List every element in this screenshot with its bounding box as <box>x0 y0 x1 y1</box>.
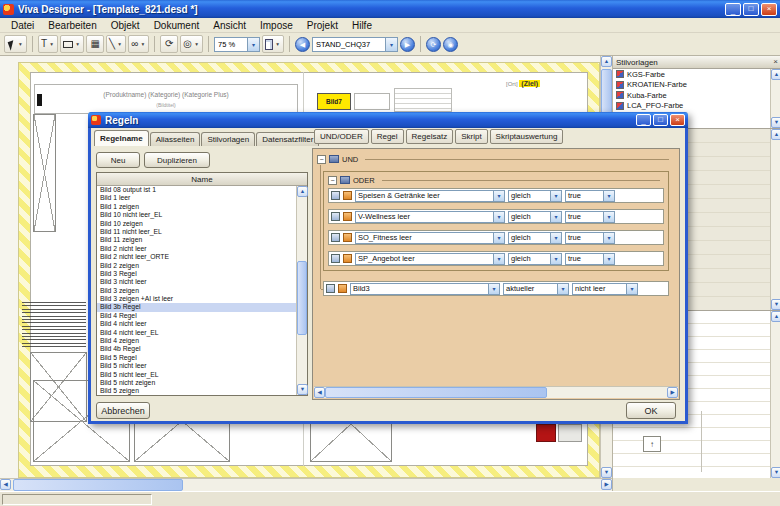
scroll-left-button[interactable] <box>0 479 11 490</box>
rule-item[interactable]: Bild 3 zeigen +AI ist leer <box>97 295 296 303</box>
value-select[interactable]: true <box>565 232 615 244</box>
empty-frame[interactable] <box>354 93 390 110</box>
neu-button[interactable]: Neu <box>96 152 140 168</box>
bild-field-frame[interactable]: Bild7 <box>317 93 351 110</box>
rule-item[interactable]: Bild 2 zeigen <box>97 262 296 270</box>
rule-item[interactable]: Bild 3 Regel <box>97 270 296 278</box>
rule-item[interactable]: Bild 4b Regel <box>97 345 296 353</box>
scroll-up-button[interactable] <box>771 129 780 140</box>
operator-select[interactable]: gleich <box>508 211 562 223</box>
target-button[interactable]: ◉ <box>443 37 458 52</box>
shape-tool-button[interactable] <box>60 35 84 53</box>
dialog-close-button[interactable]: × <box>670 114 685 126</box>
rotate-tool-button[interactable]: ⟳ <box>160 35 178 53</box>
dialog-maximize-button[interactable]: □ <box>653 114 668 126</box>
rule-item[interactable]: Bild 08 output ist 1 <box>97 186 296 194</box>
color-style-item[interactable]: KROATIEN-Farbe <box>613 80 770 91</box>
scroll-right-button[interactable] <box>601 479 612 490</box>
field-select[interactable]: SP_Angebot leer <box>355 253 505 265</box>
rule-item[interactable]: Bild 3 nicht leer <box>97 278 296 286</box>
menu-item[interactable]: Impose <box>253 20 300 31</box>
rule-item[interactable]: Bild 4 Regel <box>97 312 296 320</box>
menu-item[interactable]: Objekt <box>104 20 147 31</box>
rule-item[interactable]: Bild 1 zeigen <box>97 203 296 211</box>
rule-item[interactable]: Bild 5 nicht leer <box>97 362 296 370</box>
value-select[interactable]: nicht leer <box>572 283 638 295</box>
rule-toolbar-button[interactable]: Skriptauswertung <box>490 129 564 144</box>
close-button[interactable]: × <box>761 3 777 16</box>
table-tool-button[interactable]: ▦ <box>86 35 104 53</box>
small-text-frame[interactable] <box>394 88 452 112</box>
value-select[interactable]: true <box>565 190 615 202</box>
scroll-left-button[interactable] <box>314 387 325 398</box>
operator-select[interactable]: gleich <box>508 190 562 202</box>
rule-item[interactable]: Bild 10 nicht leer_EL <box>97 211 296 219</box>
rule-item[interactable]: Bild 5 zeigen <box>97 387 296 395</box>
menu-item[interactable]: Projekt <box>300 20 345 31</box>
menu-item[interactable]: Ansicht <box>206 20 253 31</box>
field-select[interactable]: Bild3 <box>350 283 500 295</box>
duplizieren-button[interactable]: Duplizieren <box>144 152 210 168</box>
scroll-down-button[interactable] <box>771 467 780 478</box>
document-horizontal-scrollbar[interactable] <box>0 478 612 491</box>
rule-item[interactable]: Bild 5 Regel <box>97 354 296 362</box>
stilvorlagen-header[interactable]: Stilvorlagen × <box>613 56 780 69</box>
up-arrow-box[interactable]: ↑ <box>643 436 661 452</box>
rule-item[interactable]: Bild 5 nicht zeigen <box>97 379 296 387</box>
menu-item[interactable]: Bearbeiten <box>41 20 103 31</box>
operator-select[interactable]: aktueller <box>503 283 569 295</box>
dialog-minimize-button[interactable]: _ <box>636 114 651 126</box>
rule-item[interactable]: Bild 11 nicht leer_EL <box>97 228 296 236</box>
rule-item[interactable]: Bild 4 nicht leer <box>97 320 296 328</box>
page-tool-button[interactable] <box>262 35 284 53</box>
rule-item[interactable]: Bild 4 zeigen <box>97 337 296 345</box>
pointer-tool-button[interactable] <box>4 35 27 53</box>
dialog-tab[interactable]: Stilvorlagen <box>201 132 255 146</box>
dialog-title-bar[interactable]: Regeln _ □ × <box>88 112 688 128</box>
headline-text-frame[interactable]: (Produktname) (Kategorie) (Kategorie Plu… <box>34 84 298 114</box>
rule-toolbar-button[interactable]: Skript <box>455 129 487 144</box>
rule-item[interactable]: Bild 3b Regel <box>97 303 296 311</box>
ok-button[interactable]: OK <box>626 402 676 419</box>
field-select[interactable]: Speisen & Getränke leer <box>355 190 505 202</box>
bottom-panel-scrollbar[interactable] <box>770 311 780 478</box>
scroll-down-button[interactable] <box>771 299 780 310</box>
rule-item[interactable]: Bild 5 nicht leer_EL <box>97 371 296 379</box>
editor-scrollbar[interactable] <box>314 386 678 398</box>
rule-toolbar-button[interactable]: Regel <box>371 129 404 144</box>
rule-list-scrollbar[interactable] <box>296 186 307 395</box>
menu-item[interactable]: Hilfe <box>345 20 379 31</box>
next-record-button[interactable]: ▶ <box>400 37 415 52</box>
scroll-track[interactable] <box>297 197 307 384</box>
dialog-tab[interactable]: Datensatzfilter <box>256 132 319 146</box>
collapse-icon[interactable] <box>317 155 326 164</box>
dialog-tab[interactable]: Regelname <box>94 130 149 146</box>
middle-panel-scrollbar[interactable] <box>770 129 780 310</box>
refresh-button[interactable]: ⟳ <box>426 37 441 52</box>
line-tool-button[interactable]: ╲ <box>106 35 126 53</box>
zoom-level-combo[interactable]: 75 % <box>214 37 260 52</box>
scroll-thumb[interactable] <box>13 479 183 491</box>
image-placeholder-frame[interactable] <box>33 114 56 232</box>
rule-item[interactable]: Bild 10 zeigen <box>97 220 296 228</box>
scroll-up-button[interactable] <box>771 69 780 80</box>
rule-toolbar-button[interactable]: Regelsatz <box>406 129 454 144</box>
minimize-button[interactable]: _ <box>725 3 741 16</box>
scroll-track[interactable] <box>11 479 601 491</box>
operator-select[interactable]: gleich <box>508 253 562 265</box>
rule-item[interactable]: Bild 3 zeigen <box>97 287 296 295</box>
abbrechen-button[interactable]: Abbrechen <box>96 402 150 419</box>
red-color-frame[interactable] <box>536 424 556 442</box>
dialog-tab[interactable]: Aliasseiten <box>150 132 201 146</box>
text-tool-button[interactable]: T <box>38 35 58 53</box>
scroll-up-button[interactable] <box>771 311 780 322</box>
rule-toolbar-button[interactable]: UND/ODER <box>314 129 369 144</box>
stilvorlagen-scrollbar[interactable] <box>770 69 780 128</box>
color-style-item[interactable]: LCA_PFO-Farbe <box>613 101 770 112</box>
prev-record-button[interactable]: ◀ <box>295 37 310 52</box>
rule-item[interactable]: Bild 2 nicht leer_ORTE <box>97 253 296 261</box>
scroll-down-button[interactable] <box>601 467 612 478</box>
scroll-track[interactable] <box>325 387 667 398</box>
color-style-item[interactable]: KGS-Farbe <box>613 69 770 80</box>
scroll-right-button[interactable] <box>667 387 678 398</box>
